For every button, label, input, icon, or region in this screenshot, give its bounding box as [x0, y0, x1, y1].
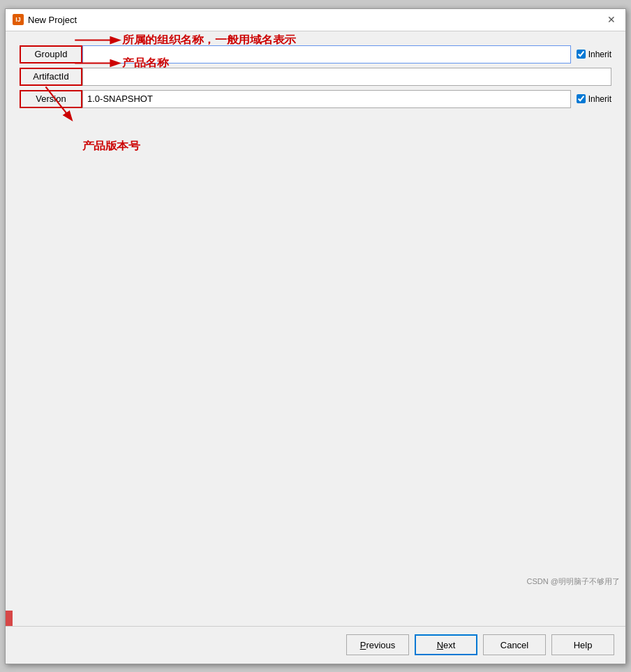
next-underline: Next	[437, 640, 456, 650]
groupid-label: GroupId	[20, 45, 82, 64]
artifactid-label: ArtifactId	[20, 68, 82, 86]
dialog-window: IJ New Project ✕ GroupId Inherit Artifac…	[5, 8, 626, 664]
dialog-content: GroupId Inherit ArtifactId Version Inher…	[6, 31, 625, 626]
svg-text:产品版本号: 产品版本号	[82, 140, 141, 151]
groupid-row: GroupId Inherit	[20, 45, 611, 64]
previous-underline: Previous	[360, 640, 396, 650]
app-icon-text: IJ	[15, 16, 21, 23]
annotations-overlay: 所属的组织名称，一般用域名表示 产品名称 产品版本号	[6, 31, 625, 626]
version-input[interactable]	[82, 90, 571, 108]
close-button[interactable]: ✕	[604, 13, 618, 27]
previous-button[interactable]: Previous	[346, 634, 409, 655]
next-button[interactable]: Next	[415, 634, 477, 655]
dialog-footer: Previous Next Cancel Help	[6, 626, 625, 664]
groupid-inherit-label: Inherit	[588, 50, 611, 59]
version-inherit-label: Inherit	[588, 94, 611, 104]
version-inherit-checkbox[interactable]	[577, 94, 586, 103]
cancel-button[interactable]: Cancel	[483, 634, 546, 655]
window-title: New Project	[28, 15, 77, 25]
watermark: CSDN @明明脑子不够用了	[527, 576, 620, 587]
version-label: Version	[20, 90, 82, 108]
svg-text:所属的组织名称，一般用域名表示: 所属的组织名称，一般用域名表示	[121, 33, 297, 45]
artifactid-row: ArtifactId	[20, 68, 611, 86]
version-inherit-container: Inherit	[577, 94, 611, 104]
groupid-input[interactable]	[82, 45, 571, 64]
left-edge-indicator	[6, 611, 13, 626]
groupid-inherit-container: Inherit	[577, 50, 611, 59]
help-button[interactable]: Help	[551, 634, 614, 655]
groupid-inherit-checkbox[interactable]	[577, 50, 586, 59]
title-bar: IJ New Project ✕	[6, 9, 625, 31]
artifactid-input[interactable]	[82, 68, 611, 86]
app-icon: IJ	[13, 14, 24, 25]
title-bar-left: IJ New Project	[13, 14, 77, 25]
version-row: Version Inherit	[20, 90, 611, 108]
